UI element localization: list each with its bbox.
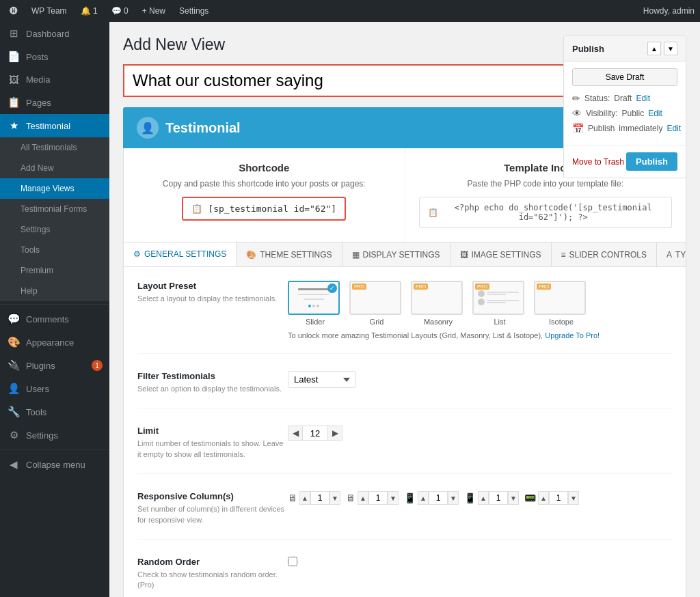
sidebar-item-settings[interactable]: ⚙ Settings (0, 424, 109, 447)
sidebar-item-media[interactable]: 🖼 Media (0, 68, 109, 91)
notification-bell[interactable]: 🔔 1 (77, 6, 102, 16)
sidebar-item-comments[interactable]: 💬 Comments (0, 307, 109, 331)
preset-list-name: List (472, 318, 527, 326)
preset-slider[interactable]: ✓ (288, 281, 342, 326)
sidebar-item-testimonial[interactable]: ★ Testimonial (0, 114, 109, 137)
random-order-checkbox[interactable] (288, 557, 297, 566)
submenu-all-testimonials[interactable]: All Testimonials (0, 137, 109, 158)
device-mobile: 📱 ▲ ▼ (464, 491, 519, 505)
random-label-col: Random Order Check to show testimonials … (137, 557, 288, 591)
preset-masonry[interactable]: PRO Masonry (411, 281, 466, 326)
pages-icon: 📋 (7, 96, 21, 109)
tab-image[interactable]: 🖼 IMAGE SETTINGS (450, 242, 552, 266)
responsive-control: 🖥 ▲ ▼ 🖥 (288, 491, 672, 505)
sidebar-item-pages[interactable]: 📋 Pages (0, 91, 109, 114)
col3-decrease-button[interactable]: ▲ (418, 491, 429, 505)
submenu-premium[interactable]: Premium (0, 260, 109, 281)
tab-general-label: GENERAL SETTINGS (144, 249, 226, 259)
sidebar-item-users[interactable]: 👤 Users (0, 377, 109, 400)
filter-desc: Select an option to display the testimon… (137, 384, 288, 394)
visibility-value: Public (621, 109, 644, 118)
publish-collapse-down[interactable]: ▼ (664, 42, 677, 55)
publish-collapse-up[interactable]: ▲ (647, 42, 661, 55)
settings-link[interactable]: Settings (175, 6, 213, 16)
col1-input[interactable] (310, 491, 329, 505)
calendar-icon: 📅 (572, 123, 584, 134)
filter-select[interactable]: Latest Featured All (288, 371, 356, 388)
user-greeting: Howdy, admin (643, 6, 695, 16)
admin-bar: 🅦 WP Team 🔔 1 💬 0 + New Settings Howdy, … (0, 0, 700, 22)
col5-input[interactable] (549, 491, 568, 505)
tab-general[interactable]: ⚙ GENERAL SETTINGS (124, 242, 237, 267)
submenu-manage-views[interactable]: Manage Views (0, 178, 109, 199)
plugins-badge: 1 (92, 360, 103, 371)
col1-increase-button[interactable]: ▼ (329, 491, 340, 505)
sidebar-item-tools[interactable]: 🔧 Tools (0, 400, 109, 424)
tab-display[interactable]: ▦ DISPLAY SETTINGS (342, 242, 450, 266)
col4-decrease-button[interactable]: ▲ (478, 491, 489, 505)
col2-input[interactable] (368, 491, 388, 505)
submenu-add-new[interactable]: Add New (0, 158, 109, 178)
publish-date-edit-link[interactable]: Edit (667, 124, 681, 133)
sidebar-label-media: Media (26, 74, 50, 85)
random-desc: Check to show testimonials random order.… (137, 570, 288, 591)
col5-increase-button[interactable]: ▼ (568, 491, 579, 505)
comment-icon[interactable]: 💬 0 (107, 6, 133, 16)
preset-grid[interactable]: PRO Grid (349, 281, 404, 326)
tab-slider[interactable]: ≡ SLIDER CONTROLS (552, 242, 657, 266)
responsive-cols-group: 🖥 ▲ ▼ 🖥 (288, 491, 672, 505)
visibility-edit-link[interactable]: Edit (648, 109, 662, 118)
col4-increase-button[interactable]: ▼ (508, 491, 519, 505)
submenu-tools[interactable]: Tools (0, 240, 109, 260)
preset-isotope[interactable]: PRO Isotope (534, 281, 589, 326)
tab-theme[interactable]: 🎨 THEME SETTINGS (237, 242, 342, 266)
move-trash-link[interactable]: Move to Trash (572, 157, 624, 167)
settings-icon: ⚙ (7, 429, 21, 441)
status-edit-link[interactable]: Edit (636, 94, 650, 103)
col3-increase-button[interactable]: ▼ (448, 491, 459, 505)
sidebar-label-posts: Posts (26, 52, 49, 62)
preset-list[interactable]: PRO List (472, 281, 527, 326)
col4-input[interactable] (489, 491, 508, 505)
submenu-help[interactable]: Help (0, 281, 109, 301)
tab-typography[interactable]: A TYPOGRAPHY (657, 242, 686, 266)
template-code[interactable]: 📋 <?php echo do_shortcode('[sp_testimoni… (419, 197, 673, 228)
limit-increase-button[interactable]: ▶ (327, 426, 342, 441)
layout-preset-row: Layout Preset Select a layout to display… (137, 281, 672, 354)
submenu-settings[interactable]: Settings (0, 219, 109, 240)
upgrade-pro-link[interactable]: Upgrade To Pro! (545, 331, 600, 339)
publish-content: Save Draft ✏ Status: Draft Edit 👁 Visibi… (564, 61, 686, 145)
col2-decrease-button[interactable]: ▲ (358, 491, 368, 505)
limit-value-input[interactable] (303, 426, 327, 441)
testimonial-icon: ★ (7, 120, 21, 132)
submenu-forms[interactable]: Testimonial Forms (0, 199, 109, 219)
shortcode-code[interactable]: 📋 [sp_testimonial id="62"] (182, 197, 346, 221)
publish-date-row: 📅 Publish immediately Edit (572, 123, 677, 134)
tab-typography-label: TYPOGRAPHY (675, 250, 686, 260)
col5-decrease-button[interactable]: ▲ (538, 491, 549, 505)
publish-button[interactable]: Publish (626, 152, 677, 171)
preset-isotope-name: Isotope (534, 318, 589, 326)
limit-decrease-button[interactable]: ◀ (288, 426, 303, 441)
sidebar-item-posts[interactable]: 📄 Posts (0, 45, 109, 68)
random-label: Random Order (137, 557, 288, 567)
publish-box: Publish ▲ ▼ Save Draft ✏ Status: Draft E… (563, 36, 686, 178)
col1-decrease-button[interactable]: ▲ (299, 491, 310, 505)
col3-input[interactable] (429, 491, 448, 505)
shortcode-desc: Copy and paste this shortcode into your … (137, 179, 391, 189)
preset-isotope-thumb: PRO (534, 281, 586, 315)
publish-footer: Move to Trash Publish (564, 145, 686, 178)
sidebar-item-dashboard[interactable]: ⊞ Dashboard (0, 22, 109, 45)
sidebar-item-appearance[interactable]: 🎨 Appearance (0, 331, 109, 354)
site-name[interactable]: WP Team (27, 6, 71, 16)
sidebar-item-plugins[interactable]: 🔌 Plugins 1 (0, 354, 109, 377)
random-control (288, 557, 672, 568)
save-draft-button[interactable]: Save Draft (572, 68, 677, 86)
preset-selected-check: ✓ (327, 283, 337, 293)
new-content[interactable]: + New (138, 6, 170, 16)
device-tablet: 📱 ▲ ▼ (404, 491, 459, 505)
wp-logo[interactable]: 🅦 (5, 6, 22, 16)
status-row: ✏ Status: Draft Edit (572, 93, 677, 104)
sidebar-collapse[interactable]: ◀ Collapse menu (0, 453, 109, 476)
col2-increase-button[interactable]: ▼ (388, 491, 399, 505)
